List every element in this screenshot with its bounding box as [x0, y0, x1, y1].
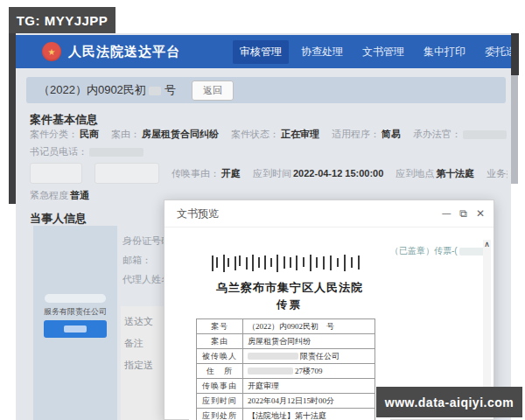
redacted-case-digits [149, 87, 161, 95]
field-value: 房屋租赁合同纠纷 [142, 128, 219, 141]
case-info-row-3: 传唤事由：开庭 应到时间2022-04-12 15:00:00 应到地点第十法庭… [30, 163, 508, 184]
menu-document-management[interactable]: 文书管理 [355, 40, 411, 64]
court-delivery-app: ★ 人民法院送达平台 审核管理 协查处理 文书管理 集中打印 委托送达管理 （2… [16, 33, 511, 420]
row-value: 2022年04月12日15时00分 [243, 394, 334, 408]
field-value: 民商 [80, 128, 99, 141]
redacted-clerk-phone [89, 148, 144, 157]
table-row: 传唤事由 开庭审理 [197, 378, 374, 393]
case-number-banner: （2022）内0902民初 号 返回 [26, 77, 506, 103]
watermark-telegram: TG: MYYJJPP [9, 7, 116, 33]
party-card: 服务有限责任公司 [33, 226, 117, 420]
table-row: 案由 房屋租赁合同纠纷 [197, 333, 374, 348]
menu-entrusted-delivery[interactable]: 委托送达管理 [478, 40, 511, 64]
row-label: 案由 [197, 334, 243, 348]
field-label: 应到地点 [396, 167, 434, 180]
screenshot: TG: MYYJJPP ★ 人民法院送达平台 审核管理 协查处理 文书管理 集中… [0, 0, 525, 420]
field-label: 案件分类： [30, 128, 78, 141]
redacted-summoned-name [248, 353, 298, 360]
row-label: 住 所 [197, 364, 243, 378]
row-value: （2022）内0902民初 号 [243, 319, 334, 333]
scroll-up-icon[interactable]: ∧ [483, 240, 491, 248]
field-label: 业务类型 [486, 167, 508, 180]
party-field-email-label: 邮箱： [122, 254, 151, 267]
field-label: 传唤事由： [172, 167, 220, 180]
blurred-action-button-1[interactable] [30, 163, 82, 184]
photo-edge-left [9, 33, 16, 204]
table-row: 被传唤人 限责任公司 [197, 348, 374, 363]
table-row: 应到时间 2022年04月12日15时00分 [197, 393, 374, 408]
row-label: 应到时间 [197, 394, 243, 408]
case-number: （2022）内0902民初 号 [38, 82, 176, 98]
redacted-company-line [45, 294, 106, 303]
mongolian-script-header [208, 252, 366, 275]
top-navbar: ★ 人民法院送达平台 审核管理 协查处理 文书管理 集中打印 委托送达管理 [16, 35, 511, 68]
photo-edge-right-top [511, 33, 519, 75]
court-name: 乌兰察布市集宁区人民法院 [189, 280, 390, 296]
watermark-website: www.data-aiqiyi.com [376, 387, 522, 417]
field-value: 普通 [70, 189, 89, 202]
row-label: 传唤事由 [197, 379, 243, 393]
field-label: 适用程序： [332, 128, 380, 141]
back-button[interactable]: 返回 [192, 80, 234, 101]
table-row: 应到处所 【法院地址】第十法庭 [197, 408, 374, 420]
case-info-title: 案件基本信息 [30, 112, 98, 128]
app-title: 人民法院送达平台 [68, 44, 180, 60]
field-value: 开庭 [221, 167, 241, 180]
row-value: 27楼709 [243, 364, 323, 378]
row-value: 房屋租赁合同纠纷 [243, 334, 311, 348]
redacted-button-label [64, 326, 87, 332]
menu-centralized-printing[interactable]: 集中打印 [416, 40, 472, 64]
menu-audit-management[interactable]: 审核管理 [233, 40, 289, 64]
field-value: 2022-04-12 15:00:00 [293, 168, 383, 178]
field-label: 紧急程度 [30, 189, 68, 202]
field-label: 书记员电话： [30, 145, 88, 158]
blurred-action-button-2[interactable] [94, 163, 159, 184]
case-info-row-1: 案件分类：民商 案由：房屋租赁合同纠纷 案件状态：正在审理 适用程序：简易 承办… [30, 128, 508, 141]
redacted-judge-name [463, 130, 507, 139]
party-info-title: 当事人信息 [30, 211, 87, 227]
summons-table: 案号 （2022）内0902民初 号 案由 房屋租赁合同纠纷 被传唤人 限责任公… [196, 318, 375, 420]
modal-title: 文书预览 [177, 206, 219, 221]
field-label: 应到时间 [253, 167, 291, 180]
case-info-row-2: 书记员电话： [30, 145, 508, 158]
menu-assist-processing[interactable]: 协查处理 [294, 40, 350, 64]
row-value: 【法院地址】第十法庭 [243, 409, 326, 420]
court-emblem-icon: ★ [42, 42, 61, 61]
field-label: 案件状态： [231, 128, 279, 141]
close-icon[interactable]: ✕ [476, 208, 485, 219]
table-row: 住 所 27楼709 [197, 363, 374, 378]
document-type: 传票 [189, 298, 390, 312]
table-row: 案号 （2022）内0902民初 号 [197, 319, 374, 333]
row-value: 开庭审理 [243, 379, 279, 393]
modal-window-controls: — ⧉ ✕ [442, 208, 485, 219]
field-value: 第十法庭 [436, 167, 474, 180]
row-label: 被传唤人 [197, 349, 243, 363]
field-value: 正在审理 [281, 128, 319, 141]
field-value: 简易 [382, 128, 401, 141]
stamped-summons-label[interactable]: （已盖章）传票-( [390, 245, 489, 257]
company-name-suffix: 服务有限责任公司 [33, 306, 117, 318]
minimize-icon[interactable]: — [442, 209, 451, 218]
main-menu: 审核管理 协查处理 文书管理 集中打印 委托送达管理 [233, 40, 511, 64]
modal-titlebar: 文书预览 — ⧉ ✕ [164, 200, 494, 228]
field-label: 案由： [111, 128, 140, 141]
row-label: 案号 [197, 319, 243, 333]
summons-document: 乌兰察布市集宁区人民法院 传票 案号 （2022）内0902民初 号 案由 房屋… [189, 236, 390, 420]
popout-icon[interactable]: ⧉ [459, 208, 467, 219]
field-label: 承办法官： [413, 128, 461, 141]
row-value: 限责任公司 [243, 349, 340, 363]
row-label: 应到处所 [197, 409, 243, 420]
party-action-button[interactable] [44, 320, 107, 338]
redacted-address [248, 368, 293, 374]
photo-edge-right-mid [511, 75, 518, 184]
